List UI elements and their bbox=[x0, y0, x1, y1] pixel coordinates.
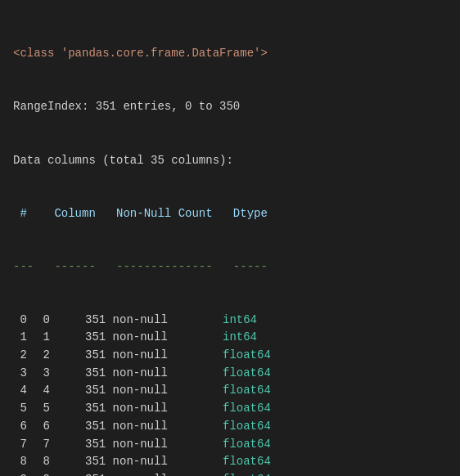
output-container: <class 'pandas.core.frame.DataFrame'> Ra… bbox=[13, 10, 447, 476]
table-row: 4 4351 non-null float64 bbox=[13, 382, 447, 400]
table-row: 8 8351 non-null float64 bbox=[13, 453, 447, 471]
table-rows: 0 0351 non-null int64 1 1351 non-null in… bbox=[13, 312, 447, 476]
table-separator: --- ------ -------------- ----- bbox=[13, 258, 447, 276]
table-row: 0 0351 non-null int64 bbox=[13, 312, 447, 330]
table-row: 2 2351 non-null float64 bbox=[13, 347, 447, 365]
table-row: 1 1351 non-null int64 bbox=[13, 329, 447, 347]
class-line: <class 'pandas.core.frame.DataFrame'> bbox=[13, 45, 447, 63]
range-index-line: RangeIndex: 351 entries, 0 to 350 bbox=[13, 98, 447, 116]
data-columns-line: Data columns (total 35 columns): bbox=[13, 152, 447, 170]
table-row: 3 3351 non-null float64 bbox=[13, 365, 447, 383]
table-header: # Column Non-Null Count Dtype bbox=[13, 205, 447, 223]
table-row: 7 7351 non-null float64 bbox=[13, 436, 447, 454]
table-row: 6 6351 non-null float64 bbox=[13, 418, 447, 436]
table-row: 9 9351 non-null float64 bbox=[13, 471, 447, 476]
table-row: 5 5351 non-null float64 bbox=[13, 400, 447, 418]
